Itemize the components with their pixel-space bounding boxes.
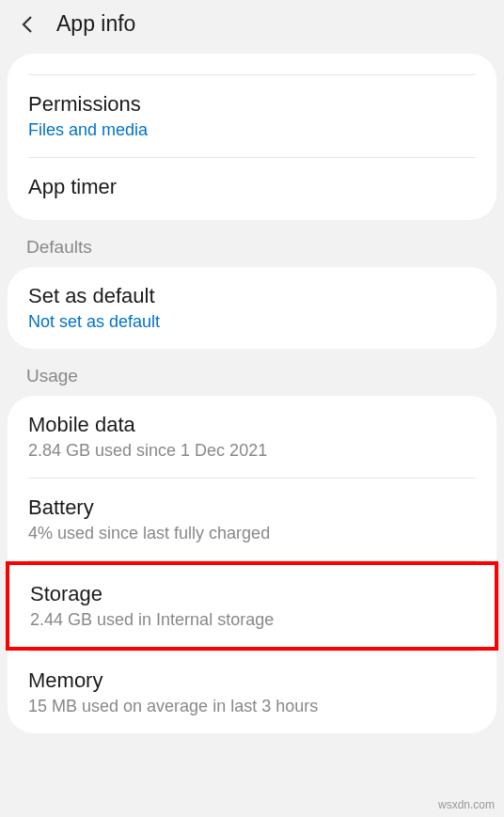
mobile-data-title: Mobile data [28,413,476,437]
cutoff-item[interactable]: Allowed [8,54,496,74]
header: App info [0,0,504,48]
page-title: App info [56,11,135,37]
card-usage: Mobile data 2.84 GB used since 1 Dec 202… [8,396,496,733]
card-defaults: Set as default Not set as default [8,267,496,349]
cutoff-label: Allowed [28,54,476,55]
app-timer-item[interactable]: App timer [8,158,496,220]
battery-item[interactable]: Battery 4% used since last fully charged [8,479,496,560]
battery-sub: 4% used since last fully charged [28,524,476,543]
permissions-item[interactable]: Permissions Files and media [8,75,496,157]
storage-title: Storage [30,582,474,606]
memory-title: Memory [28,668,476,693]
app-timer-title: App timer [28,175,476,199]
memory-item[interactable]: Memory 15 MB used on average in last 3 h… [8,652,496,733]
storage-highlight: Storage 2.44 GB used in Internal storage [6,561,498,651]
set-default-sub: Not set as default [28,312,476,332]
storage-item[interactable]: Storage 2.44 GB used in Internal storage [9,565,495,647]
defaults-section-label: Defaults [0,220,504,267]
mobile-data-sub: 2.84 GB used since 1 Dec 2021 [28,441,476,461]
memory-sub: 15 MB used on average in last 3 hours [28,697,476,716]
watermark: wsxdn.com [438,798,495,811]
card-top: Allowed Permissions Files and media App … [8,54,496,220]
storage-sub: 2.44 GB used in Internal storage [30,610,474,630]
permissions-title: Permissions [28,92,476,117]
back-icon[interactable] [17,13,39,36]
battery-title: Battery [28,495,476,520]
usage-section-label: Usage [0,349,504,396]
set-default-title: Set as default [28,284,476,308]
mobile-data-item[interactable]: Mobile data 2.84 GB used since 1 Dec 202… [8,396,496,478]
permissions-sub: Files and media [28,120,476,140]
set-default-item[interactable]: Set as default Not set as default [8,267,496,349]
